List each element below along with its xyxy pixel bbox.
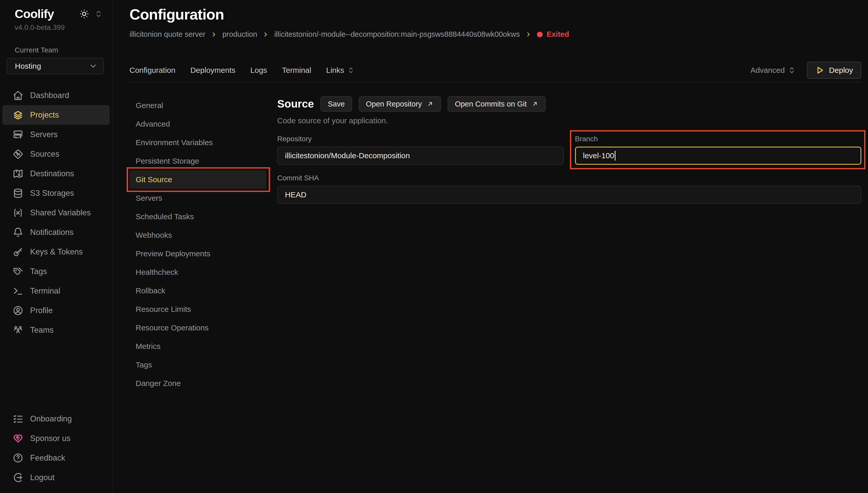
subnav-item-preview-deployments[interactable]: Preview Deployments [129, 244, 267, 263]
breadcrumb-chevron-icon [211, 31, 217, 38]
open-repository-button[interactable]: Open Repository [359, 96, 441, 112]
repository-input[interactable] [277, 147, 564, 165]
subnav-item-scheduled-tasks[interactable]: Scheduled Tasks [129, 207, 267, 226]
external-link-icon [531, 100, 538, 108]
sidebar-item-feedback[interactable]: Feedback [2, 448, 110, 468]
git-source-icon [13, 149, 23, 159]
sidebar-item-s3-storages[interactable]: S3 Storages [2, 184, 110, 203]
breadcrumb-resource[interactable]: illicitestonion/-module--decomposition:m… [274, 30, 520, 39]
app-version: v4.0.0-beta.399 [0, 23, 112, 31]
sidebar-item-destinations[interactable]: Destinations [2, 164, 110, 184]
sidebar-item-teams[interactable]: Teams [2, 320, 110, 340]
subnav-item-servers[interactable]: Servers [129, 189, 267, 207]
sidebar-item-label: Notifications [30, 228, 73, 237]
sidebar-item-label: Dashboard [30, 91, 69, 100]
sidebar-item-sponsor-us[interactable]: Sponsor us [2, 429, 110, 448]
sidebar-item-label: Logout [30, 473, 55, 482]
breadcrumb-environment[interactable]: production [223, 30, 257, 39]
subnav-item-danger-zone[interactable]: Danger Zone [129, 374, 267, 393]
commit-sha-field-group: Commit SHA [277, 174, 861, 204]
subnav-item-git-source[interactable]: Git Source [129, 170, 267, 189]
subnav-item-advanced[interactable]: Advanced [129, 115, 267, 133]
sidebar-item-onboarding[interactable]: Onboarding [2, 409, 110, 429]
sidebar-item-terminal[interactable]: Terminal [2, 281, 110, 301]
tab-terminal[interactable]: Terminal [282, 66, 311, 74]
sidebar-item-profile[interactable]: Profile [2, 301, 110, 320]
variable-icon [13, 207, 23, 218]
sidebar-item-logout[interactable]: Logout [2, 468, 110, 487]
branch-input[interactable]: level-100 [575, 147, 862, 165]
sidebar-item-sources[interactable]: Sources [2, 144, 110, 164]
subnav-item-label: Git Source [136, 175, 172, 184]
layers-icon [13, 110, 23, 121]
subnav-item-metrics[interactable]: Metrics [129, 337, 267, 356]
sidebar-item-label: Sponsor us [30, 434, 70, 443]
commit-sha-input[interactable] [277, 186, 861, 204]
tab-links[interactable]: Links [326, 66, 355, 74]
play-icon [815, 66, 825, 75]
sidebar-item-label: Shared Variables [30, 208, 91, 217]
teams-icon [13, 325, 23, 336]
subnav-item-webhooks[interactable]: Webhooks [129, 226, 267, 244]
subnav-item-rollback[interactable]: Rollback [129, 281, 267, 300]
status-badge: Exited [537, 30, 569, 39]
text-cursor [615, 151, 615, 160]
bell-icon [13, 227, 23, 238]
subnav-item-environment-variables[interactable]: Environment Variables [129, 133, 267, 152]
sidebar-item-projects[interactable]: Projects [2, 105, 110, 125]
heart-handshake-icon [13, 433, 23, 444]
sidebar-item-label: Profile [30, 306, 53, 315]
current-team-label: Current Team [0, 46, 112, 54]
tab-configuration[interactable]: Configuration [129, 66, 175, 74]
sidebar-item-notifications[interactable]: Notifications [2, 222, 110, 242]
external-link-icon [426, 100, 434, 108]
terminal-icon [13, 286, 23, 296]
app-logo: Coolify [15, 7, 54, 21]
tabbar: Configuration Deployments Logs Terminal … [129, 59, 861, 82]
sidebar-item-label: Terminal [30, 286, 60, 296]
open-commits-button[interactable]: Open Commits on Git [448, 96, 546, 112]
chevron-down-icon [89, 62, 98, 70]
sidebar-item-label: Keys & Tokens [30, 247, 83, 257]
commit-sha-label: Commit SHA [277, 174, 861, 182]
subnav-item-tags[interactable]: Tags [129, 356, 267, 374]
branch-field-group: Branch level-100 [575, 135, 862, 165]
advanced-label: Advanced [750, 66, 785, 74]
breadcrumb: illicitonion quote server production ill… [129, 30, 861, 39]
breadcrumb-project[interactable]: illicitonion quote server [129, 30, 206, 39]
subnav-item-general[interactable]: General [129, 96, 267, 115]
database-icon [13, 188, 23, 199]
branch-label: Branch [575, 135, 862, 143]
advanced-toggle[interactable]: Advanced [750, 66, 796, 74]
theme-sun-icon[interactable] [79, 9, 89, 19]
profile-icon [13, 305, 23, 316]
sidebar-item-dashboard[interactable]: Dashboard [2, 86, 110, 105]
open-commits-label: Open Commits on Git [455, 100, 527, 108]
breadcrumb-chevron-icon [525, 31, 532, 38]
page-title: Configuration [129, 6, 861, 23]
subnav-item-resource-limits[interactable]: Resource Limits [129, 300, 267, 319]
sidebar-item-label: Feedback [30, 453, 65, 463]
sidebar-item-label: Onboarding [30, 414, 72, 424]
tab-logs[interactable]: Logs [251, 66, 267, 74]
sidebar-footer-nav: Onboarding Sponsor us Feedback Logout [0, 409, 112, 487]
team-select[interactable]: Hosting [7, 58, 104, 74]
subnav-item-healthcheck[interactable]: Healthcheck [129, 263, 267, 281]
save-button[interactable]: Save [320, 96, 352, 112]
subnav-item-resource-operations[interactable]: Resource Operations [129, 319, 267, 337]
branch-value: level-100 [583, 151, 614, 160]
sidebar-item-servers[interactable]: Servers [2, 125, 110, 144]
sidebar-item-label: Destinations [30, 169, 74, 178]
main-content: Configuration illicitonion quote server … [113, 6, 868, 393]
subnav-item-persistent-storage[interactable]: Persistent Storage [129, 152, 267, 170]
tab-deployments[interactable]: Deployments [190, 66, 235, 74]
sidebar-item-shared-variables[interactable]: Shared Variables [2, 203, 110, 222]
theme-selector-chevrons-icon[interactable] [94, 10, 103, 18]
deploy-button[interactable]: Deploy [807, 62, 861, 79]
sidebar-item-tags[interactable]: Tags [2, 262, 110, 281]
home-icon [13, 90, 23, 101]
sidebar-item-keys-tokens[interactable]: Keys & Tokens [2, 242, 110, 262]
sidebar-item-label: Teams [30, 325, 54, 335]
section-title: Source [277, 98, 314, 110]
sidebar-nav: Dashboard Projects Servers Sources [0, 86, 112, 340]
